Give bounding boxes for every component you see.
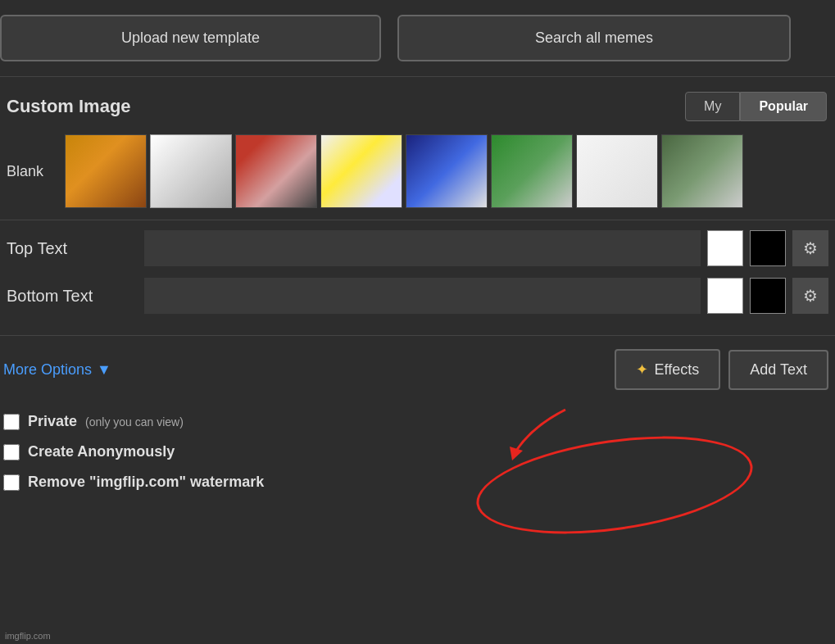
top-text-row: Top Text ⚙ xyxy=(7,230,828,266)
meme-thumbnail-7[interactable] xyxy=(576,134,658,208)
bottom-text-gear-button[interactable]: ⚙ xyxy=(792,278,828,314)
toggle-my-button[interactable]: My xyxy=(685,92,740,121)
custom-image-section: Custom Image My Popular Blank xyxy=(0,76,835,220)
blank-label: Blank xyxy=(3,163,57,180)
meme-thumbnail-8[interactable] xyxy=(661,134,743,208)
bottom-text-white-swatch[interactable] xyxy=(707,278,743,314)
meme-thumbnail-6[interactable] xyxy=(491,134,573,208)
toggle-buttons: My Popular xyxy=(685,92,827,121)
thumb-inner-4 xyxy=(321,135,402,207)
thumb-inner-2 xyxy=(151,135,231,207)
thumb-inner-3 xyxy=(236,135,316,207)
meme-thumbnail-3[interactable] xyxy=(235,134,317,208)
top-buttons-bar: Upload new template Search all memes xyxy=(0,0,835,76)
thumb-inner-6 xyxy=(492,135,572,207)
private-row: Private (only you can view) xyxy=(3,406,832,437)
add-text-button[interactable]: Add Text xyxy=(728,350,828,390)
sparkle-icon: ✦ xyxy=(636,361,648,379)
custom-image-header: Custom Image My Popular xyxy=(3,85,835,131)
thumb-inner-7 xyxy=(577,135,657,207)
private-checkbox[interactable] xyxy=(3,414,20,430)
bottom-text-label: Bottom Text xyxy=(7,287,138,306)
bottom-text-input[interactable] xyxy=(144,278,701,314)
dropdown-icon: ▼ xyxy=(97,361,111,379)
more-options-button[interactable]: More Options ▼ xyxy=(3,361,111,379)
meme-thumbnail-4[interactable] xyxy=(320,134,402,208)
top-text-label: Top Text xyxy=(7,239,138,258)
anonymous-row: Create Anonymously xyxy=(3,437,832,467)
top-text-gear-button[interactable]: ⚙ xyxy=(792,230,828,266)
anonymous-checkbox[interactable] xyxy=(3,444,20,460)
watermark-checkbox[interactable] xyxy=(3,474,20,491)
meme-thumbnails xyxy=(65,134,743,208)
imgflip-watermark: imgflip.com xyxy=(5,631,51,641)
bottom-text-black-swatch[interactable] xyxy=(750,278,786,314)
thumb-inner-1 xyxy=(66,135,146,207)
meme-thumbnail-5[interactable] xyxy=(406,134,488,208)
text-fields-section: Top Text ⚙ Bottom Text ⚙ xyxy=(0,220,835,336)
meme-grid: Blank xyxy=(3,131,835,211)
top-text-input[interactable] xyxy=(144,230,701,266)
watermark-row: Remove "imgflip.com" watermark xyxy=(3,467,832,497)
thumb-inner-8 xyxy=(662,135,742,207)
watermark-label: Remove "imgflip.com" watermark xyxy=(28,474,264,491)
bottom-text-row: Bottom Text ⚙ xyxy=(7,278,828,314)
thumb-inner-5 xyxy=(406,135,487,207)
private-sublabel: (only you can view) xyxy=(85,415,184,429)
action-buttons: ✦ Effects Add Text xyxy=(615,349,828,390)
upload-template-button[interactable]: Upload new template xyxy=(0,15,381,61)
more-options-label: More Options xyxy=(3,361,92,379)
search-all-memes-button[interactable]: Search all memes xyxy=(397,15,791,61)
checkboxes-section: Private (only you can view) Create Anony… xyxy=(0,398,835,506)
meme-thumbnail-2[interactable] xyxy=(150,134,232,208)
effects-label: Effects xyxy=(655,361,700,379)
custom-image-title: Custom Image xyxy=(7,96,131,117)
private-label: Private xyxy=(28,413,77,430)
effects-button[interactable]: ✦ Effects xyxy=(615,349,721,390)
anonymous-label: Create Anonymously xyxy=(28,443,175,460)
top-text-black-swatch[interactable] xyxy=(750,230,786,266)
toggle-popular-button[interactable]: Popular xyxy=(740,92,827,121)
top-text-white-swatch[interactable] xyxy=(707,230,743,266)
options-row: More Options ▼ ✦ Effects Add Text xyxy=(0,336,835,398)
meme-thumbnail-1[interactable] xyxy=(65,134,147,208)
